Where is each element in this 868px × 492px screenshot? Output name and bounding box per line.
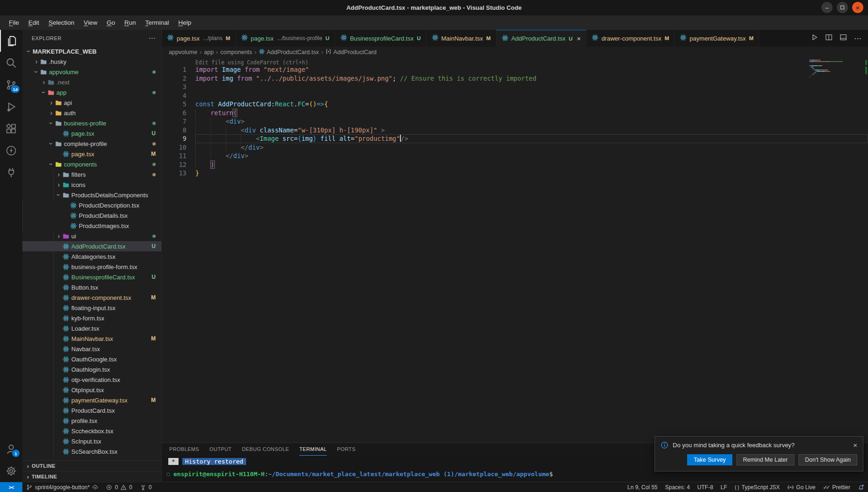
notifications-bell[interactable]	[854, 482, 868, 492]
code-line-1[interactable]: 1import Image from "next/image"	[162, 65, 868, 74]
explorer-more-actions-icon[interactable]: ⋯	[149, 34, 156, 42]
split-editor-button[interactable]	[825, 34, 833, 43]
breadcrumb-item[interactable]: appvolume	[169, 49, 197, 55]
tree-item-button-tsx[interactable]: Button.tsx	[22, 282, 161, 292]
tree-item--husky[interactable]: ›.husky	[22, 56, 161, 67]
breadcrumb-item[interactable]: app	[204, 49, 214, 55]
tab-page-tsx[interactable]: page.tsx.../business-profileU	[236, 30, 335, 47]
git-branch[interactable]: sprint4/google-button*	[22, 482, 102, 492]
code-editor[interactable]: Edit file using CodeParrot (ctrl+h) 1imp…	[162, 57, 868, 443]
explorer-icon[interactable]	[0, 30, 22, 52]
tree-item-scsearchbox-tsx[interactable]: ScSearchBox.tsx	[22, 446, 161, 457]
language-mode[interactable]: { }TypeScript JSX	[731, 482, 784, 492]
forwarded-ports[interactable]: 0	[136, 482, 156, 492]
go-live[interactable]: Go Live	[784, 482, 819, 492]
tree-item-sccheckbox-tsx[interactable]: Sccheckbox.tsx	[22, 426, 161, 436]
tree-item-ui[interactable]: ›ui	[22, 231, 161, 241]
tree-item-businessprofilecard-tsx[interactable]: BusinessprofileCard.tsxU	[22, 272, 161, 282]
panel-tab-ports[interactable]: PORTS	[337, 443, 356, 456]
tools-plug-icon[interactable]	[0, 161, 22, 183]
menu-run[interactable]: Run	[120, 18, 140, 28]
section-timeline[interactable]: ›TIMELINE	[22, 471, 161, 482]
breadcrumb-item[interactable]: AddProductCard.tsx	[259, 49, 319, 56]
code-line-9[interactable]: 9 <Image src={img} fill alt="productimg"…	[162, 134, 868, 143]
account-icon[interactable]: 1	[0, 438, 22, 460]
tree-item-productcard-tsx[interactable]: ProductCard.tsx	[22, 405, 161, 416]
tree-item-api[interactable]: ›api	[22, 97, 161, 108]
tree-item-productsdetailscomponents[interactable]: ›ProductsDetailsComponents	[22, 190, 161, 200]
breadcrumb-item[interactable]: components	[220, 49, 252, 55]
remote-indicator[interactable]: ><	[0, 482, 22, 492]
indentation[interactable]: Spaces: 4	[661, 482, 693, 492]
minimap[interactable]	[809, 60, 847, 78]
tree-item-app[interactable]: ›app	[22, 87, 161, 97]
search-icon[interactable]	[0, 52, 22, 74]
tree-item-addproductcard-tsx[interactable]: AddProductCard.tsxU	[22, 241, 161, 251]
problems[interactable]: 00	[102, 482, 136, 492]
code-line-4[interactable]: 4	[162, 91, 868, 100]
panel-tab-debug-console[interactable]: DEBUG CONSOLE	[242, 443, 289, 456]
tab-page-tsx[interactable]: page.tsx.../plansM	[162, 30, 236, 47]
minimize-button[interactable]: –	[821, 2, 833, 13]
tree-item-otpinput-tsx[interactable]: OtpInput.tsx	[22, 385, 161, 395]
maximize-button[interactable]	[837, 2, 848, 13]
code-line-3[interactable]: 3	[162, 83, 868, 91]
tree-item--next[interactable]: ›.next	[22, 77, 161, 87]
toast-button-don-t-show-again[interactable]: Don't Show Again	[799, 454, 857, 465]
tree-item-scinput-tsx[interactable]: ScInput.tsx	[22, 436, 161, 446]
code-line-6[interactable]: 6 return(	[162, 109, 868, 118]
tree-item-productimages-tsx[interactable]: ProductImages.tsx	[22, 221, 161, 231]
tree-item-allcategories-tsx[interactable]: Allcategories.tsx	[22, 251, 161, 262]
tree-item-page-tsx[interactable]: page.tsxM	[22, 149, 161, 159]
run-file-button[interactable]	[811, 34, 818, 43]
close-button[interactable]: ×	[852, 2, 863, 13]
tab-paymentgateway-tsx[interactable]: paymentGateway.tsxM	[675, 30, 759, 47]
menu-edit[interactable]: Edit	[24, 18, 43, 28]
extensions-icon[interactable]	[0, 118, 22, 139]
panel-tab-terminal[interactable]: TERMINAL	[299, 443, 327, 456]
more-actions-button[interactable]: ⋯	[854, 34, 861, 43]
menu-go[interactable]: Go	[103, 18, 119, 28]
code-line-13[interactable]: 13}	[162, 169, 868, 178]
tree-item-loader-tsx[interactable]: Loader.tsx	[22, 323, 161, 333]
breadcrumb-item[interactable]: AddProductCard	[325, 49, 376, 56]
prettier[interactable]: ✓✓Prettier	[819, 482, 854, 492]
encoding[interactable]: UTF-8	[694, 482, 717, 492]
code-line-8[interactable]: 8 <div className="w-[310px] h-[190px]" >	[162, 126, 868, 135]
tree-item-otp-verification-tsx[interactable]: otp-verification.tsx	[22, 374, 161, 385]
notification-close-icon[interactable]: ×	[853, 441, 857, 449]
overview-ruler[interactable]	[862, 57, 868, 443]
toast-button-take-survey[interactable]: Take Survey	[687, 454, 732, 465]
code-line-2[interactable]: 2import img from "../../public/assets/im…	[162, 74, 868, 83]
toast-button-remind-me-later[interactable]: Remind Me Later	[737, 454, 794, 465]
tab-addproductcard-tsx[interactable]: AddProductCard.tsxU×	[496, 30, 586, 47]
tree-item-kyb-form-tsx[interactable]: kyb-form.tsx	[22, 313, 161, 323]
code-line-7[interactable]: 7 <div>	[162, 117, 868, 126]
tree-item-floating-input-tsx[interactable]: floating-input.tsx	[22, 303, 161, 313]
code-line-11[interactable]: 11 </div>	[162, 152, 868, 160]
tree-item-oauthgoogle-tsx[interactable]: OauthGoogle.tsx	[22, 354, 161, 364]
menu-terminal[interactable]: Terminal	[141, 18, 173, 28]
menu-selection[interactable]: Selection	[44, 18, 79, 28]
tree-item-productdetails-tsx[interactable]: ProductDetails.tsx	[22, 210, 161, 221]
tree-item-mainnavbar-tsx[interactable]: MainNavbar.tsxM	[22, 333, 161, 344]
tree-item-filters[interactable]: ›filters	[22, 169, 161, 180]
cursor-position[interactable]: Ln 9, Col 55	[624, 482, 661, 492]
thunder-client-icon[interactable]	[0, 139, 22, 161]
section-outline[interactable]: ›OUTLINE	[22, 460, 161, 471]
tree-item-paymentgateway-tsx[interactable]: paymentGateway.tsxM	[22, 395, 161, 405]
tree-item-business-profile-form-tsx[interactable]: business-profile-form.tsx	[22, 262, 161, 272]
tree-item-marketplace-web[interactable]: ›MARKETPLACE_WEB	[22, 46, 161, 56]
code-line-5[interactable]: 5const AddProductCard:React.FC=()=>{	[162, 100, 868, 109]
tree-item-components[interactable]: ›components	[22, 159, 161, 169]
menu-view[interactable]: View	[80, 18, 102, 28]
tree-item-auth[interactable]: ›auth	[22, 108, 161, 118]
settings-gear-icon[interactable]	[0, 460, 22, 482]
customize-layout-button[interactable]	[840, 34, 847, 43]
panel-tab-problems[interactable]: PROBLEMS	[169, 443, 199, 456]
tab-close-icon[interactable]: ×	[577, 35, 581, 42]
tab-drawer-component-tsx[interactable]: drawer-component.tsxM	[586, 30, 675, 47]
tree-item-oauthlogin-tsx[interactable]: Oauthlogin.tsx	[22, 364, 161, 374]
run-debug-icon[interactable]	[0, 96, 22, 118]
code-line-12[interactable]: 12 )	[162, 160, 868, 169]
